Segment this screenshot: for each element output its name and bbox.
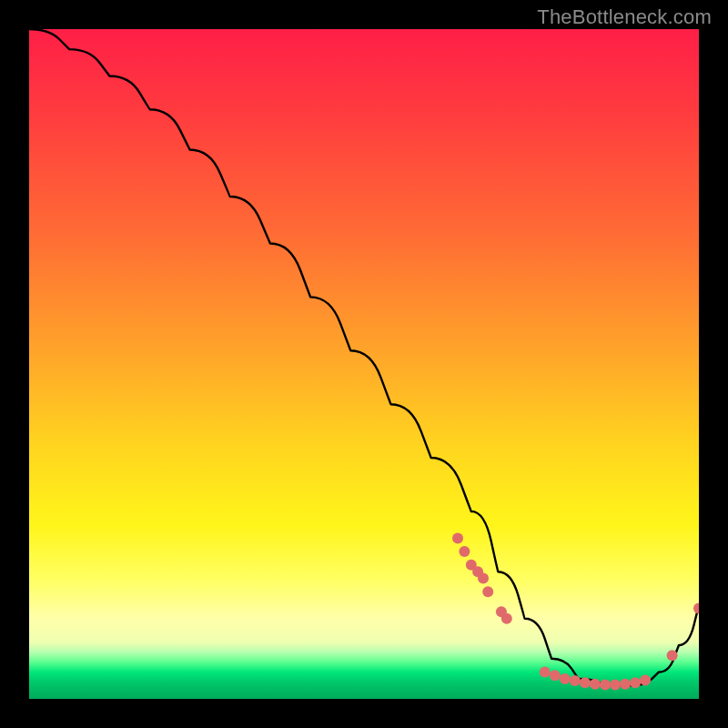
chart-plot-area: [29, 29, 699, 699]
marker-point: [590, 679, 601, 690]
marker-point: [540, 667, 551, 678]
marker-point: [459, 546, 470, 557]
bottleneck-curve: [29, 29, 699, 685]
marker-point: [620, 679, 631, 690]
marker-point: [580, 677, 591, 688]
marker-point: [501, 613, 512, 624]
marker-point: [640, 674, 651, 685]
marker-point: [560, 673, 571, 684]
marker-point: [600, 680, 611, 691]
marker-point: [630, 677, 641, 688]
marker-point: [610, 680, 621, 691]
marker-point: [667, 650, 678, 661]
marker-point: [482, 586, 493, 597]
data-markers: [452, 532, 699, 690]
chart-svg: [29, 29, 699, 699]
marker-point: [478, 573, 489, 584]
marker-point: [452, 532, 463, 543]
watermark-text: TheBottleneck.com: [537, 5, 712, 29]
chart-frame: TheBottleneck.com: [0, 0, 728, 728]
marker-point: [693, 603, 699, 614]
marker-point: [550, 670, 561, 681]
marker-point: [570, 675, 581, 686]
